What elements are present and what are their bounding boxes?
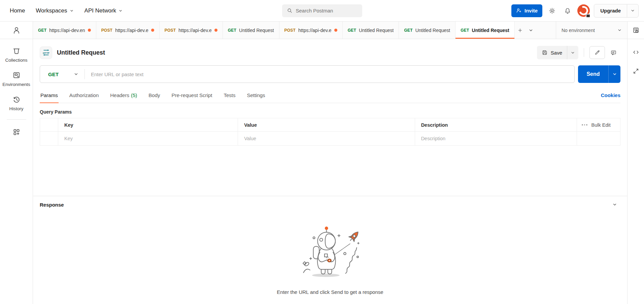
invite-button[interactable]: Invite <box>511 4 542 17</box>
nav-workspaces[interactable]: Workspaces <box>31 4 78 17</box>
request-tab[interactable]: POST https://api-dev.e <box>279 22 343 39</box>
request-tab[interactable]: POST https://api-dev.e <box>160 22 223 39</box>
collapse-response-button[interactable] <box>609 199 620 210</box>
unsaved-changes-dot <box>88 29 91 32</box>
param-key-cell[interactable]: Key <box>58 132 238 145</box>
account-button[interactable] <box>0 22 33 39</box>
request-tab[interactable]: POST https://api-dev.e <box>96 22 160 39</box>
tab-label: Authorization <box>69 92 99 98</box>
request-tab[interactable]: GET https://api-dev.en <box>33 22 96 39</box>
nav-api-network-label: API Network <box>84 7 116 14</box>
request-config-tab[interactable]: Headers(5) <box>109 88 138 103</box>
column-header-key: Key <box>58 118 238 131</box>
upgrade-button[interactable]: Upgrade <box>594 4 627 17</box>
query-params-empty-row: Key Value Description <box>40 132 620 145</box>
request-config-tab[interactable]: Body <box>148 88 161 103</box>
save-label: Save <box>551 50 562 56</box>
user-icon <box>12 26 21 35</box>
request-config-tab[interactable]: Params <box>40 88 59 103</box>
code-snippet-button[interactable] <box>630 47 642 58</box>
tab-count: (5) <box>131 92 137 98</box>
request-tab-method: GET <box>461 28 469 33</box>
comment-button[interactable] <box>606 46 620 59</box>
search-input[interactable]: Search Postman <box>282 4 362 17</box>
request-tab-title: Untitled Request <box>415 28 450 33</box>
query-params-table: Key Value Description Bulk Edit Key Valu… <box>40 118 620 146</box>
send-button[interactable]: Send <box>578 65 608 83</box>
request-tab[interactable]: GET Untitled Request <box>343 22 399 39</box>
sidebar-divider <box>7 119 26 120</box>
edit-request-button[interactable] <box>589 46 605 59</box>
nav-home[interactable]: Home <box>5 4 29 17</box>
right-sidebar <box>627 22 644 304</box>
param-description-cell[interactable]: Description <box>415 132 577 145</box>
request-title-row: HTTP Untitled Request Save <box>40 46 620 59</box>
tab-label: Settings <box>247 92 265 98</box>
sidebar-item-environments[interactable]: Environments <box>0 71 33 87</box>
nav-home-label: Home <box>10 7 25 14</box>
request-config-tab[interactable]: Tests <box>223 88 236 103</box>
request-config-tab[interactable]: Pre-request Script <box>171 88 213 103</box>
url-input[interactable] <box>85 71 574 77</box>
request-tab-method: POST <box>284 28 296 33</box>
expand-pane-button[interactable] <box>630 65 642 77</box>
nav-api-network[interactable]: API Network <box>80 4 127 17</box>
tab-label: Tests <box>224 92 235 98</box>
nav-workspaces-label: Workspaces <box>36 7 67 14</box>
sidebar-item-history[interactable]: History <box>0 95 33 111</box>
bulk-edit-button[interactable]: Bulk Edit <box>591 122 611 128</box>
notifications-button[interactable] <box>562 5 573 17</box>
search-icon <box>287 8 293 13</box>
upgrade-menu-button[interactable] <box>627 4 638 17</box>
request-config-tabs: Params Authorization Headers(5) Body <box>40 88 620 103</box>
request-tab-method: GET <box>38 28 46 33</box>
row-actions-cell <box>577 132 620 145</box>
header-actions: Invite Upgrade <box>511 4 639 18</box>
request-title[interactable]: Untitled Request <box>57 49 105 56</box>
code-snippet-icon <box>632 49 640 56</box>
settings-button[interactable] <box>546 5 558 17</box>
configure-workbench-button[interactable] <box>0 128 33 136</box>
tabstrip-spacer <box>536 22 556 39</box>
chevron-down-icon <box>529 28 533 33</box>
astronaut-rocket-illustration <box>296 223 365 281</box>
sidebar-item-collections[interactable]: Collections <box>0 47 33 63</box>
user-avatar[interactable] <box>577 4 590 17</box>
request-tab-title: Untitled Request <box>472 28 509 33</box>
cookies-link[interactable]: Cookies <box>601 92 620 99</box>
configure-workbench-icon <box>12 128 21 136</box>
request-tab[interactable]: GET Untitled Request <box>223 22 279 39</box>
request-tab-title: Untitled Request <box>239 28 274 33</box>
tabs-menu-button[interactable] <box>526 25 536 36</box>
environment-quick-look-button[interactable] <box>628 22 644 39</box>
url-bar: GET <box>40 65 575 83</box>
request-tab-title: https://api-dev.e <box>178 28 212 33</box>
send-options-button[interactable] <box>608 65 620 83</box>
request-tab[interactable]: GET Untitled Request <box>399 22 455 39</box>
new-tab-button[interactable] <box>515 25 526 36</box>
collections-icon <box>12 47 21 55</box>
save-button-group: Save <box>537 46 578 59</box>
comment-icon <box>610 50 617 56</box>
request-tab-method: POST <box>165 28 176 33</box>
plus-icon <box>517 28 523 33</box>
save-button[interactable]: Save <box>537 46 567 59</box>
request-tab-method: POST <box>101 28 112 33</box>
response-empty-state: Enter the URL and click Send to get a re… <box>40 223 620 295</box>
param-value-cell[interactable]: Value <box>238 132 415 145</box>
request-tabstrip: GET https://api-dev.en POST https://api-… <box>33 22 627 39</box>
request-config-tab[interactable]: Settings <box>246 88 266 103</box>
left-sidebar: Collections Environments History <box>0 22 33 304</box>
request-tab-title: https://api-dev.e <box>298 28 332 33</box>
method-selected-label: GET <box>48 71 59 77</box>
environment-quick-look-icon <box>632 27 640 34</box>
unsaved-changes-dot <box>214 29 217 32</box>
divider <box>584 48 584 57</box>
request-tab[interactable]: GET Untitled Request <box>455 22 515 39</box>
more-actions-icon[interactable] <box>582 124 587 126</box>
save-options-button[interactable] <box>567 46 578 59</box>
environment-selector[interactable]: No environment <box>556 22 627 39</box>
method-selector[interactable]: GET <box>40 71 84 77</box>
chevron-down-icon <box>612 72 617 77</box>
request-config-tab[interactable]: Authorization <box>69 88 100 103</box>
